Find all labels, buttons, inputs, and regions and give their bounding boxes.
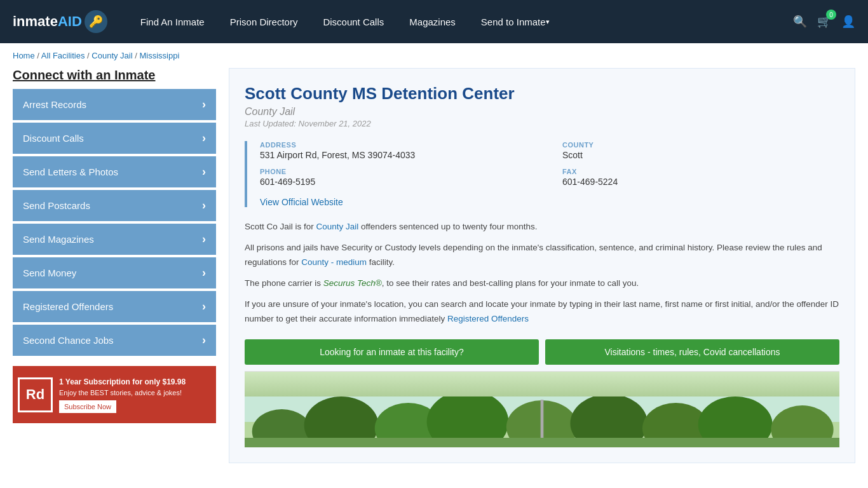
sidebar-item-send-magazines[interactable]: Send Magazines › bbox=[13, 224, 216, 255]
find-inmate-button[interactable]: Looking for an inmate at this facility? bbox=[245, 339, 539, 365]
chevron-right-icon: › bbox=[202, 132, 206, 145]
breadcrumb-mississippi[interactable]: Mississippi bbox=[139, 51, 179, 60]
sidebar: Connect with an Inmate Arrest Records › … bbox=[13, 68, 216, 463]
site-logo[interactable]: inmateAID 🔑 bbox=[13, 9, 109, 34]
county-block: COUNTY Scott bbox=[562, 141, 839, 160]
phone-label: PHONE bbox=[260, 168, 537, 175]
sidebar-label: Send Money bbox=[23, 268, 76, 278]
sidebar-item-second-chance-jobs[interactable]: Second Chance Jobs › bbox=[13, 325, 216, 356]
sidebar-label: Registered Offenders bbox=[23, 301, 113, 312]
sidebar-item-send-money[interactable]: Send Money › bbox=[13, 257, 216, 288]
action-buttons: Looking for an inmate at this facility? … bbox=[245, 339, 839, 365]
phone-block: PHONE 601-469-5195 bbox=[260, 168, 537, 187]
address-label: ADDRESS bbox=[260, 141, 537, 149]
county-label: COUNTY bbox=[562, 141, 839, 149]
svg-rect-13 bbox=[541, 400, 544, 438]
tree-silhouette bbox=[245, 396, 839, 447]
connect-title: Connect with an Inmate bbox=[13, 68, 216, 83]
nav-prison-directory[interactable]: Prison Directory bbox=[217, 0, 311, 43]
breadcrumb-all-facilities[interactable]: All Facilities bbox=[41, 51, 85, 60]
sidebar-label: Send Magazines bbox=[23, 234, 94, 245]
official-website-link[interactable]: View Official Website bbox=[260, 197, 343, 207]
sidebar-item-send-postcards[interactable]: Send Postcards › bbox=[13, 190, 216, 221]
nav-discount-calls[interactable]: Discount Calls bbox=[310, 0, 397, 43]
official-website-row: View Official Website bbox=[260, 197, 839, 207]
facility-info-grid: ADDRESS 531 Airport Rd, Forest, MS 39074… bbox=[245, 141, 839, 207]
chevron-right-icon: › bbox=[202, 233, 206, 246]
chevron-right-icon: › bbox=[202, 266, 206, 280]
ad-banner[interactable]: Rd 1 Year Subscription for only $19.98 E… bbox=[13, 366, 216, 423]
facility-title: Scott County MS Detention Center bbox=[245, 84, 839, 104]
header-actions: 🔍 🛒 0 👤 bbox=[793, 15, 855, 29]
chevron-right-icon: › bbox=[202, 334, 206, 347]
visitations-button[interactable]: Visitations - times, rules, Covid cancel… bbox=[545, 339, 839, 365]
ad-subscribe-button[interactable]: Subscribe Now bbox=[59, 400, 116, 413]
user-icon[interactable]: 👤 bbox=[841, 15, 855, 29]
sidebar-label: Second Chance Jobs bbox=[23, 335, 114, 346]
sidebar-item-send-letters[interactable]: Send Letters & Photos › bbox=[13, 156, 216, 187]
main-layout: Connect with an Inmate Arrest Records › … bbox=[0, 68, 868, 476]
county-medium-link[interactable]: County - medium bbox=[301, 257, 367, 267]
facility-updated: Last Updated: November 21, 2022 bbox=[245, 119, 839, 128]
address-value: 531 Airport Rd, Forest, MS 39074-4033 bbox=[260, 150, 537, 160]
registered-offenders-link[interactable]: Registered Offenders bbox=[447, 314, 529, 323]
sidebar-label: Arrest Records bbox=[23, 99, 86, 110]
securus-tech-link[interactable]: Securus Tech® bbox=[323, 278, 382, 288]
nav-magazines[interactable]: Magazines bbox=[397, 0, 468, 43]
sidebar-label: Send Postcards bbox=[23, 200, 90, 211]
nav-send-to-inmate[interactable]: Send to Inmate bbox=[468, 0, 562, 43]
sidebar-item-discount-calls[interactable]: Discount Calls › bbox=[13, 123, 216, 154]
sidebar-menu: Arrest Records › Discount Calls › Send L… bbox=[13, 89, 216, 356]
sidebar-label: Discount Calls bbox=[23, 133, 84, 144]
county-value: Scott bbox=[562, 150, 839, 160]
chevron-right-icon: › bbox=[202, 300, 206, 313]
cart-badge: 0 bbox=[826, 10, 836, 20]
rd-logo: Rd bbox=[18, 377, 53, 412]
breadcrumb: Home / All Facilities / County Jail / Mi… bbox=[0, 43, 868, 68]
ad-tagline: 1 Year Subscription for only $19.98 bbox=[59, 377, 186, 386]
county-jail-link[interactable]: County Jail bbox=[316, 222, 359, 231]
nav-find-inmate[interactable]: Find An Inmate bbox=[128, 0, 217, 43]
facility-type: County Jail bbox=[245, 106, 839, 118]
chevron-right-icon: › bbox=[202, 98, 206, 111]
breadcrumb-county-jail[interactable]: County Jail bbox=[92, 51, 132, 60]
sidebar-item-registered-offenders[interactable]: Registered Offenders › bbox=[13, 291, 216, 322]
svg-text:🔑: 🔑 bbox=[89, 15, 104, 29]
facility-content: Scott County MS Detention Center County … bbox=[229, 68, 855, 463]
facility-description: Scott Co Jail is for County Jail offende… bbox=[245, 220, 839, 327]
logo-icon: 🔑 bbox=[83, 9, 109, 34]
chevron-right-icon: › bbox=[202, 199, 206, 212]
facility-image bbox=[245, 371, 839, 447]
sidebar-label: Send Letters & Photos bbox=[23, 166, 118, 177]
svg-rect-14 bbox=[245, 438, 839, 447]
phone-value: 601-469-5195 bbox=[260, 177, 537, 187]
address-block: ADDRESS 531 Airport Rd, Forest, MS 39074… bbox=[260, 141, 537, 160]
main-nav: Find An Inmate Prison Directory Discount… bbox=[128, 0, 774, 43]
fax-value: 601-469-5224 bbox=[562, 177, 839, 187]
cart-icon[interactable]: 🛒 0 bbox=[817, 15, 831, 29]
breadcrumb-home[interactable]: Home bbox=[13, 51, 35, 60]
site-header: inmateAID 🔑 Find An Inmate Prison Direct… bbox=[0, 0, 868, 43]
fax-label: FAX bbox=[562, 168, 839, 175]
ad-description: Enjoy the BEST stories, advice & jokes! bbox=[59, 388, 186, 398]
search-icon[interactable]: 🔍 bbox=[793, 15, 807, 29]
fax-block: FAX 601-469-5224 bbox=[562, 168, 839, 187]
sidebar-item-arrest-records[interactable]: Arrest Records › bbox=[13, 89, 216, 120]
chevron-right-icon: › bbox=[202, 165, 206, 179]
